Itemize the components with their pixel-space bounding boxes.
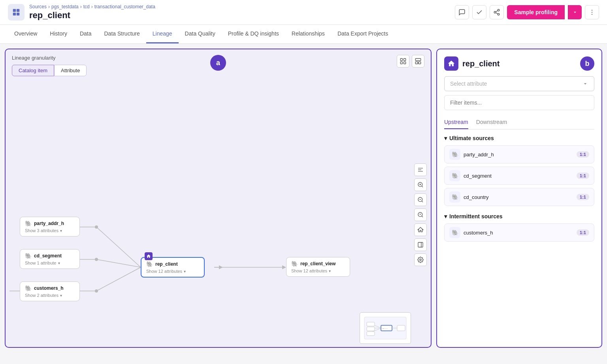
ultimate-sources-title: Ultimate sources bbox=[449, 135, 494, 141]
rep-client-sub-text: Show 12 attributes bbox=[146, 269, 182, 274]
svg-rect-46 bbox=[418, 242, 423, 247]
source-item-party-addr-h[interactable]: 🐘 party_addr_h 1:1 bbox=[444, 145, 594, 163]
svg-marker-33 bbox=[219, 265, 223, 269]
node-customers-h-name: customers_h bbox=[34, 285, 64, 291]
intermittent-sources-title: Intermittent sources bbox=[449, 213, 503, 220]
svg-rect-54 bbox=[367, 327, 375, 331]
fit-view-button[interactable] bbox=[414, 208, 427, 221]
intermittent-sources-header[interactable]: ▾ Intermittent sources bbox=[444, 213, 594, 220]
sample-profiling-button[interactable]: Sample profiling bbox=[507, 5, 565, 19]
check-button[interactable] bbox=[472, 5, 486, 19]
pg-icon-cd-seg-source: 🐘 bbox=[452, 173, 458, 179]
left-panel: Lineage granularity Catalog item Attribu… bbox=[5, 49, 432, 348]
chevron-down-icon-5: ▾ bbox=[329, 269, 331, 273]
title-area: Sources › pgs_testdata › tcd › transacti… bbox=[29, 4, 155, 21]
tab-lineage[interactable]: Lineage bbox=[146, 25, 179, 43]
svg-line-45 bbox=[422, 216, 423, 217]
source-item-cd-country[interactable]: 🐘 cd_country 1:1 bbox=[444, 188, 594, 206]
share-button[interactable] bbox=[490, 5, 504, 19]
pg-icon-cd-country-source: 🐘 bbox=[452, 194, 458, 200]
svg-point-4 bbox=[498, 9, 500, 11]
ultimate-sources-header[interactable]: ▾ Ultimate sources bbox=[444, 135, 594, 141]
cd-segment-sub-text: Show 1 attribute bbox=[25, 261, 57, 265]
zoom-in-button[interactable] bbox=[414, 178, 427, 191]
breadcrumb-table[interactable]: transactional_customer_data bbox=[94, 4, 155, 9]
svg-rect-18 bbox=[418, 62, 421, 64]
node-party-addr-h-sub[interactable]: Show 3 attributes ▾ bbox=[25, 228, 75, 233]
svg-point-11 bbox=[592, 14, 592, 15]
upstream-tab[interactable]: Upstream bbox=[444, 116, 468, 129]
svg-point-9 bbox=[592, 10, 592, 11]
svg-line-8 bbox=[496, 11, 498, 12]
tab-relationships[interactable]: Relationships bbox=[285, 25, 331, 43]
source-name-cd-segment: cd_segment bbox=[464, 173, 573, 179]
granularity-catalog-item[interactable]: Catalog item bbox=[12, 65, 54, 76]
source-item-cd-segment[interactable]: 🐘 cd_segment 1:1 bbox=[444, 167, 594, 185]
settings-button[interactable] bbox=[414, 253, 427, 266]
chevron-down-icon: ▾ bbox=[60, 229, 62, 233]
collapse-icon-2: ▾ bbox=[444, 213, 447, 220]
svg-text:━ ─ ─: ━ ─ ─ bbox=[382, 327, 388, 330]
node-cd-segment-sub[interactable]: Show 1 attribute ▾ bbox=[25, 261, 75, 265]
granularity-attribute[interactable]: Attribute bbox=[54, 65, 87, 76]
expand-icon-btn[interactable] bbox=[397, 55, 409, 68]
svg-rect-14 bbox=[404, 62, 406, 64]
source-item-customers-h[interactable]: 🐘 customers_h 1:1 bbox=[444, 223, 594, 242]
source-name-cd-country: cd_country bbox=[464, 194, 573, 200]
node-rep-client-view[interactable]: 🐘 rep_client_view Show 12 attributes ▾ bbox=[286, 257, 350, 277]
chevron-down-icon-2: ▾ bbox=[58, 261, 60, 265]
node-cd-segment[interactable]: 🐘 cd_segment Show 1 attribute ▾ bbox=[20, 249, 80, 269]
tab-data-structure[interactable]: Data Structure bbox=[98, 25, 146, 43]
lineage-tabs: Upstream Downstream bbox=[444, 116, 594, 129]
right-panel-title: rep_client bbox=[462, 59, 576, 68]
node-rep-client-view-sub[interactable]: Show 12 attributes ▾ bbox=[291, 268, 345, 273]
svg-point-10 bbox=[592, 12, 592, 13]
svg-rect-55 bbox=[367, 332, 375, 336]
pg-icon-party-source: 🐘 bbox=[452, 151, 458, 158]
nav-tabs: Overview History Data Data Structure Lin… bbox=[0, 25, 607, 44]
svg-point-27 bbox=[95, 225, 98, 229]
node-party-addr-h-name: party_addr_h bbox=[34, 221, 64, 226]
comment-button[interactable] bbox=[455, 5, 469, 19]
node-rep-client-view-name: rep_client_view bbox=[300, 261, 336, 266]
layout-icon-btn[interactable] bbox=[412, 55, 424, 68]
downstream-tab[interactable]: Downstream bbox=[476, 116, 507, 129]
lineage-connections-svg bbox=[6, 82, 431, 348]
panel-toggle-button[interactable] bbox=[414, 238, 427, 251]
align-button[interactable] bbox=[414, 163, 427, 176]
lineage-granularity-label: Lineage granularity bbox=[12, 55, 87, 61]
breadcrumb-pgs[interactable]: pgs_testdata bbox=[51, 4, 79, 9]
node-rep-client-sub[interactable]: Show 12 attributes ▾ bbox=[146, 269, 199, 274]
sample-profiling-dropdown[interactable] bbox=[568, 5, 582, 19]
svg-line-20 bbox=[96, 227, 141, 267]
tab-overview[interactable]: Overview bbox=[8, 25, 43, 43]
zoom-out-button[interactable] bbox=[414, 193, 427, 206]
breadcrumb-sources[interactable]: Sources bbox=[29, 4, 47, 9]
node-party-addr-h[interactable]: 🐘 party_addr_h Show 3 attributes ▾ bbox=[20, 217, 80, 236]
source-icon-cd-segment: 🐘 bbox=[449, 170, 460, 181]
svg-rect-1 bbox=[17, 9, 19, 12]
node-rep-client[interactable]: 🐘 rep_client Show 12 attributes ▾ bbox=[141, 257, 205, 278]
granularity-buttons: Catalog item Attribute bbox=[12, 65, 87, 76]
node-customers-h[interactable]: 🐘 customers_h Show 2 attributes ▾ bbox=[20, 281, 80, 301]
svg-rect-16 bbox=[415, 58, 421, 60]
more-options-button[interactable] bbox=[585, 5, 599, 19]
tab-data-quality[interactable]: Data Quality bbox=[179, 25, 222, 43]
source-badge-cd-segment: 1:1 bbox=[577, 173, 589, 179]
tab-data-export[interactable]: Data Export Projects bbox=[331, 25, 394, 43]
tab-history[interactable]: History bbox=[43, 25, 74, 43]
filter-items-input[interactable] bbox=[444, 95, 594, 110]
tab-data[interactable]: Data bbox=[74, 25, 98, 43]
header: Sources › pgs_testdata › tcd › transacti… bbox=[0, 0, 607, 25]
mini-map: ━ ─ ─ bbox=[360, 312, 411, 344]
source-icon-customers-h: 🐘 bbox=[449, 227, 460, 238]
node-customers-h-title: 🐘 customers_h bbox=[25, 285, 75, 291]
svg-rect-58 bbox=[397, 325, 405, 331]
breadcrumb-tcd[interactable]: tcd bbox=[83, 4, 90, 9]
node-customers-h-sub[interactable]: Show 2 attributes ▾ bbox=[25, 293, 75, 298]
right-panel-header: rep_client b bbox=[444, 56, 594, 71]
select-attribute-dropdown[interactable]: Select attribute bbox=[444, 76, 594, 91]
home-view-button[interactable] bbox=[414, 223, 427, 236]
tab-profile-dq[interactable]: Profile & DQ insights bbox=[222, 25, 285, 43]
svg-point-29 bbox=[95, 289, 98, 293]
